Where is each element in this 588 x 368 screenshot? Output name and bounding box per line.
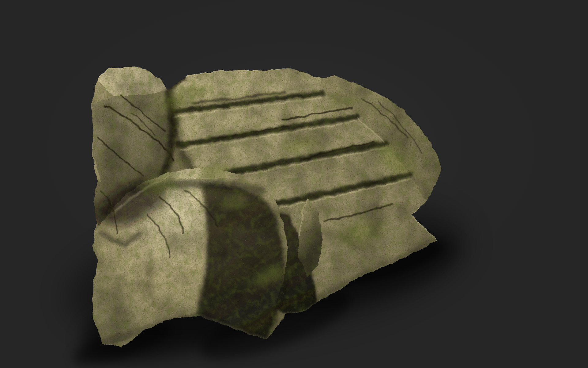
rock-steps-render xyxy=(0,0,588,368)
render-viewport xyxy=(0,0,588,368)
